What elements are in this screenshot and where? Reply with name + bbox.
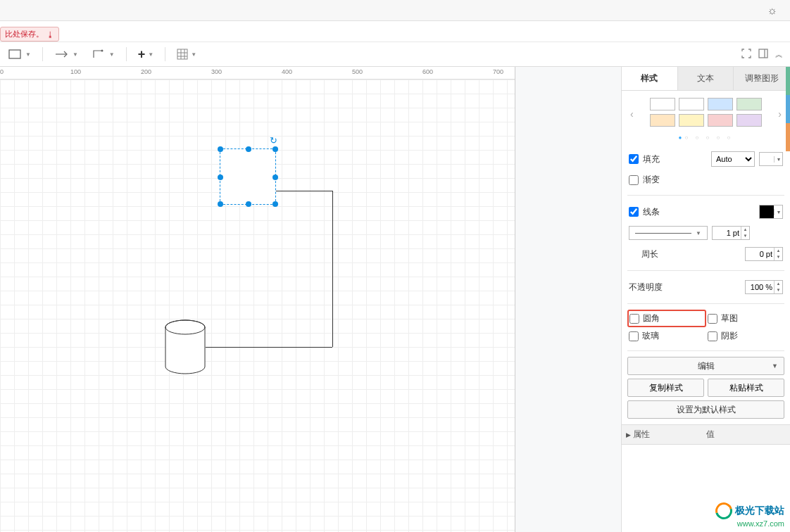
resize-handle[interactable] xyxy=(272,201,278,207)
attributes-header[interactable]: ▶属性 值 xyxy=(622,424,790,445)
tab-text[interactable]: 文本 xyxy=(678,67,734,90)
color-swatch[interactable] xyxy=(736,114,762,127)
line-checkbox[interactable] xyxy=(629,207,639,217)
download-icon: ⭳ xyxy=(46,30,54,39)
properties-panel: 样式 文本 调整图形 ‹ xyxy=(621,67,790,532)
svg-rect-3 xyxy=(177,49,187,59)
glass-label: 玻璃 xyxy=(642,330,659,342)
chevron-down-icon: ▼ xyxy=(109,51,115,58)
resize-handle[interactable] xyxy=(218,146,223,152)
title-bar: ☼ xyxy=(0,0,790,21)
canvas-area[interactable]: 0 100 200 300 400 500 600 700 800 ↻ xyxy=(0,67,515,532)
sketch-checkbox[interactable] xyxy=(708,314,717,324)
fullscreen-icon[interactable] xyxy=(741,49,751,61)
canvas-edge xyxy=(515,67,621,532)
chevron-down-icon: ▼ xyxy=(148,51,153,58)
opacity-label: 不透明度 xyxy=(629,281,741,293)
resize-handle[interactable] xyxy=(246,146,251,152)
fill-mode-select[interactable]: Auto xyxy=(711,151,755,167)
color-swatch[interactable] xyxy=(679,98,704,110)
arrow-tool[interactable]: ▼ xyxy=(50,47,82,61)
perimeter-label: 周长 xyxy=(641,248,658,260)
tab-style[interactable]: 样式 xyxy=(622,67,678,90)
tab-adjust[interactable]: 调整图形 xyxy=(734,67,790,90)
swatch-prev-icon[interactable]: ‹ xyxy=(627,108,637,120)
watermark: 极光下载站 www.xz7.com xyxy=(715,502,784,528)
gradient-label: 渐变 xyxy=(643,174,783,186)
svg-rect-8 xyxy=(759,49,767,58)
selected-rectangle[interactable]: ↻ xyxy=(220,148,276,205)
rounded-option[interactable]: 圆角 xyxy=(627,310,706,327)
connector-line[interactable] xyxy=(332,191,333,347)
gradient-checkbox[interactable] xyxy=(629,175,639,185)
chevron-down-icon: ▼ xyxy=(772,362,778,369)
connector-line[interactable] xyxy=(206,347,332,348)
resize-handle[interactable] xyxy=(272,146,278,152)
fill-color-picker[interactable]: ▾ xyxy=(759,152,783,166)
color-swatch[interactable] xyxy=(650,98,675,110)
chevron-down-icon: ▼ xyxy=(73,51,78,58)
cylinder-shape[interactable] xyxy=(163,319,207,379)
glass-checkbox[interactable] xyxy=(629,331,639,341)
resize-handle[interactable] xyxy=(218,201,223,207)
add-tool[interactable]: + ▼ xyxy=(134,44,158,65)
line-style-select[interactable]: ▼ xyxy=(629,226,708,240)
connector-line[interactable] xyxy=(276,191,332,191)
chevron-down-icon: ▼ xyxy=(191,51,196,58)
perimeter-spinner[interactable]: ▲▼ xyxy=(745,247,783,261)
save-bar: 比处保存。 ⭳ xyxy=(0,21,790,42)
panel-tabs: 样式 文本 调整图形 xyxy=(622,67,790,91)
fill-label: 填充 xyxy=(643,153,707,165)
resize-handle[interactable] xyxy=(218,175,223,180)
opacity-spinner[interactable]: ▲▼ xyxy=(745,280,783,294)
collapse-icon[interactable]: ︽ xyxy=(775,49,783,60)
brightness-icon[interactable]: ☼ xyxy=(767,4,777,17)
rotate-handle[interactable]: ↻ xyxy=(270,135,280,145)
fill-checkbox[interactable] xyxy=(629,154,639,164)
sketch-label: 草图 xyxy=(721,312,738,324)
ruler-horizontal: 0 100 200 300 400 500 600 700 800 xyxy=(0,67,515,80)
save-badge[interactable]: 比处保存。 ⭳ xyxy=(0,27,59,42)
edit-button[interactable]: 编辑▼ xyxy=(627,357,784,375)
svg-rect-0 xyxy=(9,50,20,58)
expand-icon: ▶ xyxy=(626,431,631,438)
line-color-picker[interactable]: ▾ xyxy=(759,205,783,219)
color-swatch[interactable] xyxy=(708,114,733,127)
resize-handle[interactable] xyxy=(272,175,278,180)
chevron-down-icon: ▼ xyxy=(25,51,31,58)
swatch-next-icon[interactable]: › xyxy=(775,108,784,120)
swatch-pagination[interactable]: ●○ ○ ○ ○ ○ xyxy=(627,134,784,141)
rounded-label: 圆角 xyxy=(643,312,660,324)
color-swatch[interactable] xyxy=(736,98,762,110)
line-width-spinner[interactable]: ▲▼ xyxy=(712,226,750,240)
line-label: 线条 xyxy=(643,206,755,218)
shadow-option[interactable]: 阴影 xyxy=(706,327,785,345)
canvas[interactable]: ↻ xyxy=(0,80,515,532)
color-swatch[interactable] xyxy=(679,114,704,127)
sidebar-icon[interactable] xyxy=(758,49,768,61)
color-swatch[interactable] xyxy=(650,114,675,127)
set-default-button[interactable]: 设置为默认样式 xyxy=(627,400,784,419)
copy-style-button[interactable]: 复制样式 xyxy=(627,379,704,397)
paste-style-button[interactable]: 粘贴样式 xyxy=(708,379,784,397)
save-text: 比处保存。 xyxy=(5,29,44,39)
sketch-option[interactable]: 草图 xyxy=(706,310,785,327)
glass-option[interactable]: 玻璃 xyxy=(627,327,706,345)
rect-tool[interactable]: ▼ xyxy=(4,46,35,63)
side-strip xyxy=(786,67,790,151)
waypoint-tool[interactable]: ▼ xyxy=(88,46,119,62)
toolbar: ▼ ▼ ▼ + ▼ ▼ ︽ xyxy=(0,42,790,67)
svg-point-2 xyxy=(101,50,103,52)
color-swatch[interactable] xyxy=(708,98,733,110)
shadow-label: 阴影 xyxy=(721,330,738,342)
grid-tool[interactable]: ▼ xyxy=(173,46,201,63)
shadow-checkbox[interactable] xyxy=(708,331,717,341)
resize-handle[interactable] xyxy=(246,201,251,207)
rounded-checkbox[interactable] xyxy=(629,314,639,324)
